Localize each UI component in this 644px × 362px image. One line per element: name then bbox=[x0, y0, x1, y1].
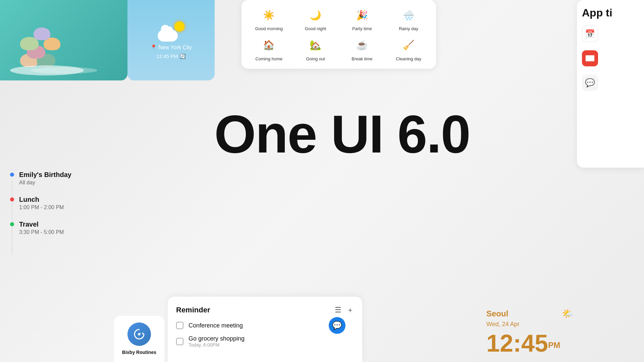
svg-marker-0 bbox=[142, 332, 144, 334]
weather-location: 📍 New York City bbox=[150, 44, 192, 51]
lunch-time: 1:00 PM - 2:00 PM bbox=[19, 204, 64, 210]
seoul-meridiem: PM bbox=[548, 341, 560, 350]
going-out-label: Going out bbox=[306, 56, 325, 62]
birthday-name: Emily's Birthday bbox=[19, 171, 71, 179]
travel-info: Travel 3:30 PM - 5:00 PM bbox=[19, 221, 64, 235]
travel-time: 3:30 PM - 5:00 PM bbox=[19, 229, 64, 235]
grocery-sub: Today, 6:00PM bbox=[189, 342, 245, 348]
conference-label: Conference meeting bbox=[189, 322, 243, 329]
coming-home-label: Coming home bbox=[255, 56, 282, 62]
reminder-grocery: Go grocery shopping Today, 6:00PM bbox=[176, 335, 354, 348]
going-out-icon: 🏡 bbox=[307, 37, 324, 54]
weather-icon bbox=[158, 21, 184, 42]
break-time-label: Break time bbox=[352, 56, 372, 62]
routine-rainy-day[interactable]: 🌧️ Rainy day bbox=[388, 7, 429, 32]
event-birthday: Emily's Birthday All day bbox=[10, 171, 94, 186]
bixby-icon bbox=[127, 322, 151, 346]
rainy-day-label: Rainy day bbox=[399, 26, 418, 32]
app-item-messages[interactable]: 💬 bbox=[582, 75, 639, 91]
calendar-app-icon: 📅 bbox=[582, 26, 598, 42]
seoul-date: Wed, 24 Apr bbox=[486, 321, 574, 328]
app-item-email[interactable]: ✉️ bbox=[582, 50, 639, 66]
seoul-header: Seoul 🌤️ bbox=[486, 308, 574, 319]
chat-bubble[interactable]: 💬 bbox=[329, 317, 345, 334]
calendar-events: Emily's Birthday All day Lunch 1:00 PM -… bbox=[0, 164, 104, 252]
reminder-widget: Reminder ☰ ＋ Conference meeting 💬 Go gro… bbox=[168, 297, 362, 362]
reminder-header: Reminder ☰ ＋ bbox=[176, 305, 354, 315]
seoul-time: 12:45PM bbox=[486, 331, 574, 355]
travel-dot bbox=[10, 222, 14, 226]
routine-good-morning[interactable]: ☀️ Good morning bbox=[248, 7, 290, 32]
seoul-sun-icon: 🌤️ bbox=[562, 308, 574, 319]
break-time-icon: ☕ bbox=[354, 37, 370, 54]
birthday-time: All day bbox=[19, 180, 71, 186]
app-item-calendar[interactable]: 📅 bbox=[582, 26, 639, 42]
party-time-label: Party time bbox=[352, 26, 372, 32]
routine-good-night[interactable]: 🌙 Good night bbox=[295, 7, 336, 32]
lunch-name: Lunch bbox=[19, 196, 64, 203]
grocery-label: Go grocery shopping bbox=[189, 335, 245, 342]
bixby-label: Bixby Routines bbox=[122, 349, 156, 355]
email-app-icon: ✉️ bbox=[582, 50, 598, 66]
reminder-actions: ☰ ＋ bbox=[335, 305, 354, 315]
seoul-clock-widget: Seoul 🌤️ Wed, 24 Apr 12:45PM bbox=[480, 301, 580, 362]
seoul-city: Seoul bbox=[486, 309, 508, 318]
routines-grid: ☀️ Good morning 🌙 Good night 🎉 Party tim… bbox=[248, 7, 429, 62]
routine-coming-home[interactable]: 🏠 Coming home bbox=[248, 37, 290, 62]
bixby-routines-icon bbox=[133, 328, 145, 340]
routines-panel: ☀️ Good morning 🌙 Good night 🎉 Party tim… bbox=[241, 0, 436, 69]
headline-area: One UI 6.0 bbox=[114, 107, 570, 161]
lunch-info: Lunch 1:00 PM - 2:00 PM bbox=[19, 196, 64, 210]
good-night-icon: 🌙 bbox=[307, 7, 324, 23]
cleaning-day-label: Cleaning day bbox=[396, 56, 421, 62]
reminder-title: Reminder bbox=[176, 306, 210, 314]
birthday-info: Emily's Birthday All day bbox=[19, 171, 71, 186]
weather-card: 📍 New York City 12:45 PM 🔄 bbox=[127, 0, 215, 80]
grocery-text: Go grocery shopping Today, 6:00PM bbox=[189, 335, 245, 348]
routine-cleaning-day[interactable]: 🧹 Cleaning day bbox=[388, 37, 429, 62]
event-lunch: Lunch 1:00 PM - 2:00 PM bbox=[10, 196, 94, 210]
birthday-dot bbox=[10, 173, 14, 177]
reminder-add-icon[interactable]: ＋ bbox=[346, 305, 354, 315]
good-morning-icon: ☀️ bbox=[261, 7, 277, 23]
bixby-widget[interactable]: Bixby Routines bbox=[114, 316, 164, 362]
reminder-conference: Conference meeting bbox=[176, 322, 354, 329]
messages-app-icon: 💬 bbox=[582, 75, 598, 91]
good-morning-label: Good morning bbox=[255, 26, 283, 32]
lunch-dot bbox=[10, 197, 14, 201]
routine-going-out[interactable]: 🏡 Going out bbox=[295, 37, 336, 62]
party-time-icon: 🎉 bbox=[354, 7, 370, 23]
weather-time: 12:45 PM 🔄 bbox=[156, 53, 185, 59]
app-panel: App ti 📅 ✉️ 💬 bbox=[577, 0, 644, 168]
app-panel-title: App ti bbox=[582, 7, 639, 19]
conference-text: Conference meeting bbox=[189, 322, 243, 329]
reminder-list-icon[interactable]: ☰ bbox=[335, 306, 341, 314]
main-container: 📍 New York City 12:45 PM 🔄 ☀️ Good morni… bbox=[0, 0, 644, 362]
routine-break-time[interactable]: ☕ Break time bbox=[341, 37, 383, 62]
good-night-label: Good night bbox=[305, 26, 326, 32]
travel-name: Travel bbox=[19, 221, 64, 228]
grocery-checkbox[interactable] bbox=[176, 338, 183, 345]
coming-home-icon: 🏠 bbox=[261, 37, 277, 54]
routine-party-time[interactable]: 🎉 Party time bbox=[341, 7, 383, 32]
event-travel: Travel 3:30 PM - 5:00 PM bbox=[10, 221, 94, 235]
food-image bbox=[0, 0, 127, 80]
seoul-time-digits: 12:45 bbox=[486, 330, 548, 357]
cloud-icon bbox=[158, 30, 178, 42]
sun-icon bbox=[174, 21, 184, 32]
headline-text: One UI 6.0 bbox=[114, 107, 570, 161]
cleaning-day-icon: 🧹 bbox=[400, 37, 417, 54]
rainy-day-icon: 🌧️ bbox=[400, 7, 417, 23]
conference-checkbox[interactable] bbox=[176, 322, 183, 329]
